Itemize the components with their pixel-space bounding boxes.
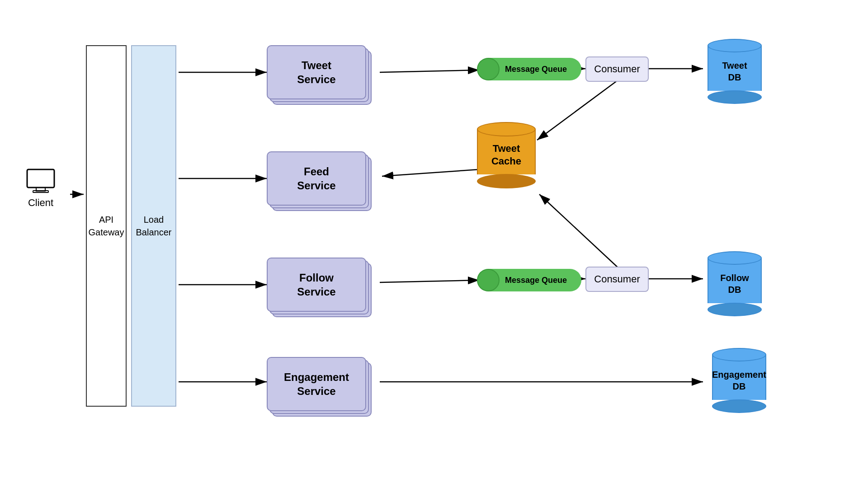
mq-circle-1 (477, 58, 500, 80)
follow-db-top (708, 251, 762, 265)
engagement-db-top (712, 348, 766, 361)
tweet-db-label: TweetDB (705, 60, 764, 83)
engagement-service-label: EngagementService (284, 370, 349, 398)
tweet-service-card: TweetService (267, 45, 366, 99)
feed-service: FeedService (267, 151, 366, 206)
tweet-db: TweetDB (703, 39, 766, 104)
client-label: Client (28, 197, 53, 209)
consumer-1: Consumer (585, 56, 649, 82)
follow-db: FollowDB (703, 251, 766, 316)
cache-top (477, 122, 536, 136)
feed-service-label: FeedService (297, 164, 335, 192)
tweet-service-label: TweetService (297, 58, 335, 86)
cache-bottom (477, 174, 536, 188)
card-layer-3: FeedService (267, 151, 366, 206)
follow-db-bottom (708, 303, 762, 316)
consumer-1-label: Consumer (594, 63, 640, 75)
follow-db-label: FollowDB (705, 272, 764, 296)
tweet-db-cyl: TweetDB (705, 39, 764, 104)
mq-label-1: Message Queue (500, 65, 572, 74)
client-icon: Client (25, 167, 57, 209)
tweet-db-bottom (708, 90, 762, 104)
follow-db-cyl: FollowDB (705, 251, 764, 316)
monitor-svg (25, 167, 57, 194)
message-queue-2: Message Queue (477, 269, 581, 291)
card-layer-3: TweetService (267, 45, 366, 99)
engagement-service-card: EngagementService (267, 357, 366, 411)
load-balancer-label: LoadBalancer (136, 213, 172, 239)
mq-pill-1: Message Queue (477, 58, 581, 80)
api-gateway-label: APIGateway (89, 213, 124, 239)
card-layer-3: EngagementService (267, 357, 366, 411)
svg-rect-16 (27, 169, 54, 188)
engagement-db-cyl: EngagementDB (710, 348, 769, 413)
mq-label-2: Message Queue (500, 276, 572, 285)
tweet-cache: TweetCache (477, 122, 536, 188)
follow-service-card: FollowService (267, 258, 366, 312)
follow-service: FollowService (267, 258, 366, 312)
svg-line-9 (537, 79, 619, 140)
api-gateway: APIGateway (86, 45, 127, 407)
svg-line-6 (380, 70, 479, 72)
consumer-2-label: Consumer (594, 273, 640, 285)
svg-line-14 (382, 169, 479, 176)
engagement-db: EngagementDB (703, 348, 775, 413)
feed-service-card: FeedService (267, 151, 366, 206)
svg-line-10 (380, 280, 479, 282)
engagement-db-label: EngagementDB (710, 369, 769, 392)
mq-pill-2: Message Queue (477, 269, 581, 291)
consumer-2: Consumer (585, 267, 649, 292)
tweet-db-top (708, 39, 762, 52)
mq-circle-2 (477, 269, 500, 291)
load-balancer: LoadBalancer (131, 45, 176, 407)
engagement-service: EngagementService (267, 357, 366, 411)
card-layer-3: FollowService (267, 258, 366, 312)
engagement-db-bottom (712, 399, 766, 413)
svg-line-13 (539, 194, 619, 269)
tweet-cache-label: TweetCache (477, 142, 536, 168)
tweet-service: TweetService (267, 45, 366, 99)
message-queue-1: Message Queue (477, 58, 581, 80)
follow-service-label: FollowService (297, 271, 335, 299)
diagram-container: Client APIGateway LoadBalancer TweetServ… (0, 0, 868, 488)
